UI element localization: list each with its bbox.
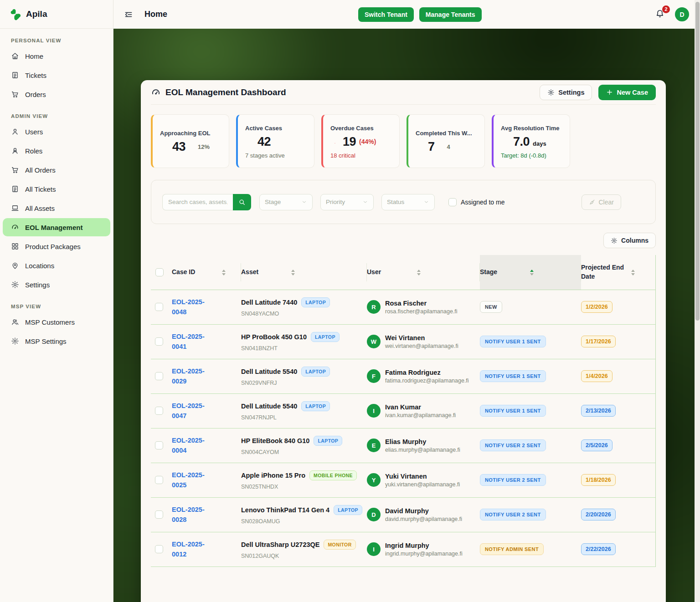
row-checkbox[interactable] xyxy=(151,469,172,491)
sidebar-item-roles[interactable]: Roles xyxy=(3,142,110,160)
asset-serial: SN028OAMUG xyxy=(241,518,362,525)
stat-subtext: 18 critical xyxy=(330,152,393,159)
table-row: EOL-2025-0028Lenovo ThinkPad T14 Gen 4LA… xyxy=(151,498,655,532)
select-all-checkbox[interactable] xyxy=(151,255,172,290)
sidebar-collapse-icon[interactable] xyxy=(123,9,134,20)
plus-icon xyxy=(606,89,613,96)
sidebar-item-eol-management[interactable]: EOL Management xyxy=(3,218,110,236)
row-checkbox[interactable] xyxy=(151,365,172,387)
row-checkbox[interactable] xyxy=(151,400,172,422)
user-email: ivan.kumar@apilamanage.fi xyxy=(385,412,456,418)
gear-icon xyxy=(11,337,19,345)
sidebar-item-msp-settings[interactable]: MSP Settings xyxy=(3,332,110,350)
projected-end-date-badge: 1/18/2026 xyxy=(581,474,616,486)
projected-end-date-badge: 2/20/2026 xyxy=(581,509,616,520)
sort-arrows-icon[interactable] xyxy=(530,270,534,275)
sidebar-item-msp-customers[interactable]: MSP Customers xyxy=(3,313,110,331)
column-header-stage[interactable]: Stage xyxy=(480,255,581,290)
filter-select-status[interactable]: Status xyxy=(381,194,435,210)
sidebar-item-product-packages[interactable]: Product Packages xyxy=(3,237,110,255)
sidebar-item-all-assets[interactable]: All Assets xyxy=(3,199,110,217)
column-header-asset[interactable]: Asset xyxy=(241,255,367,290)
user-cell: FFatima Rodriguezfatima.rodriguez@apilam… xyxy=(367,362,480,391)
user-initial-avatar: E xyxy=(367,439,381,452)
stat-unit: days xyxy=(533,140,546,147)
new-case-button[interactable]: New Case xyxy=(598,85,656,100)
user-avatar[interactable]: D xyxy=(675,7,689,21)
columns-button[interactable]: Columns xyxy=(603,233,656,248)
sidebar-item-locations[interactable]: Locations xyxy=(3,256,110,275)
asset-name: Dell UltraSharp U2723QE xyxy=(241,541,319,548)
sidebar-item-tickets[interactable]: Tickets xyxy=(3,66,110,84)
sort-arrows-icon[interactable] xyxy=(417,270,421,275)
case-id-link[interactable]: EOL-2025-0048 xyxy=(172,297,217,317)
row-checkbox[interactable] xyxy=(151,538,172,560)
user-initial-avatar: W xyxy=(367,335,381,348)
column-header-projected-end-date[interactable]: Projected End Date xyxy=(581,255,655,290)
case-id-link[interactable]: EOL-2025-0029 xyxy=(172,366,217,387)
sort-arrows-icon[interactable] xyxy=(291,270,295,275)
row-checkbox[interactable] xyxy=(151,434,172,456)
row-checkbox[interactable] xyxy=(151,296,172,318)
sidebar-section-label: MSP VIEW xyxy=(0,295,113,312)
select-label: Status xyxy=(387,199,404,205)
alert-icon xyxy=(330,137,340,146)
manage-tenants-button[interactable]: Manage Tenants xyxy=(419,7,482,22)
row-checkbox[interactable] xyxy=(151,331,172,352)
stage-badge: NOTIFY USER 2 SENT xyxy=(480,509,546,520)
filter-select-stage[interactable]: Stage xyxy=(259,194,313,210)
sidebar-item-all-tickets[interactable]: All Tickets xyxy=(3,180,110,198)
sidebar-item-label: Tickets xyxy=(25,71,46,79)
case-id-link[interactable]: EOL-2025-0028 xyxy=(172,505,217,525)
stage-cell: NOTIFY ADMIN SENT xyxy=(480,536,581,562)
filter-bar: StagePriorityStatus Assigned to me Clear xyxy=(151,180,656,224)
sort-arrows-icon[interactable] xyxy=(222,270,226,275)
sidebar-item-label: Settings xyxy=(25,281,50,289)
column-header-case-id[interactable]: Case ID xyxy=(172,255,241,290)
table-header-row: Case IDAssetUserStageProjected End Date xyxy=(151,255,655,290)
asset-serial: SN012GAUQK xyxy=(241,553,362,559)
case-id-link[interactable]: EOL-2025-0041 xyxy=(172,332,217,352)
column-header-user[interactable]: User xyxy=(367,255,480,290)
filter-dropdowns: StagePriorityStatus xyxy=(259,194,435,210)
projected-end-date-badge: 1/17/2026 xyxy=(581,336,616,347)
settings-button[interactable]: Settings xyxy=(540,85,592,100)
switch-tenant-button[interactable]: Switch Tenant xyxy=(358,7,414,22)
assigned-to-me-checkbox[interactable] xyxy=(448,198,457,206)
scrollbar-thumb[interactable] xyxy=(695,2,700,321)
clock-icon xyxy=(160,142,169,151)
case-id-link[interactable]: EOL-2025-0012 xyxy=(172,539,217,560)
sidebar-item-home[interactable]: Home xyxy=(3,47,110,65)
panel-title: EOL Management Dashboard xyxy=(151,87,286,97)
user-email: wei.virtanen@apilamanage.fi xyxy=(385,343,458,349)
page-scrollbar[interactable] xyxy=(695,0,700,602)
row-checkbox[interactable] xyxy=(151,504,172,525)
sidebar-item-all-orders[interactable]: All Orders xyxy=(3,161,110,179)
search-button[interactable] xyxy=(233,194,251,210)
table-toolbar: Columns xyxy=(151,233,656,248)
case-id-link[interactable]: EOL-2025-0025 xyxy=(172,470,217,490)
table-row: EOL-2025-0029Dell Latitude 5540LAPTOPSN0… xyxy=(151,359,655,394)
sidebar-section-label: PERSONAL VIEW xyxy=(0,29,113,46)
eol-dashboard-panel: EOL Management Dashboard Settings New Ca… xyxy=(141,80,666,602)
date-cell: 1/4/2026 xyxy=(581,363,655,389)
case-id-link[interactable]: EOL-2025-0047 xyxy=(172,401,217,421)
search-icon xyxy=(238,199,246,206)
sidebar-item-orders[interactable]: Orders xyxy=(3,85,110,103)
sidebar-item-settings[interactable]: Settings xyxy=(3,275,110,294)
filter-select-priority[interactable]: Priority xyxy=(320,194,374,210)
search-input[interactable] xyxy=(162,194,233,210)
asset-serial: SN041BNZHT xyxy=(241,345,362,352)
user-name: Wei Virtanen xyxy=(385,334,458,342)
file-icon xyxy=(245,137,254,146)
sidebar-item-label: Users xyxy=(25,128,43,136)
case-id-link[interactable]: EOL-2025-0004 xyxy=(172,435,217,456)
stat-card-overdue-cases: Overdue Cases19(44%)18 critical xyxy=(321,114,400,168)
sort-arrows-icon[interactable] xyxy=(631,270,635,275)
asset-cell: Apple iPhone 15 ProMOBILE PHONESN025TNHD… xyxy=(241,464,367,497)
notifications-bell-icon[interactable]: 2 xyxy=(655,9,667,20)
clear-filters-button[interactable]: Clear xyxy=(582,194,621,210)
sidebar-item-users[interactable]: Users xyxy=(3,122,110,141)
assigned-to-me-toggle[interactable]: Assigned to me xyxy=(448,198,505,206)
sidebar-item-label: All Orders xyxy=(25,166,56,174)
